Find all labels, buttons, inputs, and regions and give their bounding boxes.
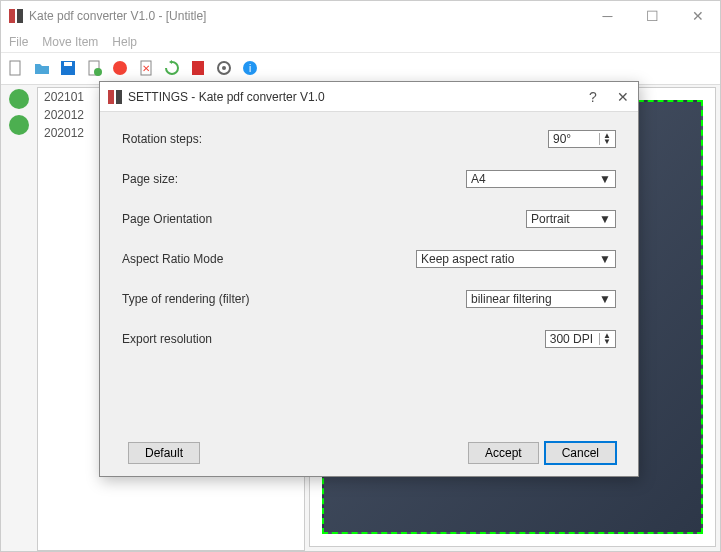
aspect-label: Aspect Ratio Mode	[122, 252, 322, 266]
resolution-label: Export resolution	[122, 332, 322, 346]
status-indicator-icon[interactable]	[9, 115, 29, 135]
app-icon	[108, 90, 122, 104]
maximize-icon[interactable]: ☐	[630, 1, 675, 31]
svg-rect-2	[64, 62, 72, 66]
settings-icon[interactable]	[215, 59, 235, 79]
cancel-button[interactable]: Cancel	[545, 442, 616, 464]
svg-rect-8	[192, 61, 204, 75]
chevron-down-icon: ▼	[599, 212, 611, 226]
dialog-titlebar: SETTINGS - Kate pdf converter V1.0 ? ✕	[100, 82, 638, 112]
menu-help[interactable]: Help	[112, 35, 137, 49]
close-icon[interactable]: ✕	[608, 89, 638, 105]
rotation-label: Rotation steps:	[122, 132, 322, 146]
orientation-select[interactable]: Portrait▼	[526, 210, 616, 228]
accept-button[interactable]: Accept	[468, 442, 539, 464]
orientation-label: Page Orientation	[122, 212, 322, 226]
svg-point-10	[222, 66, 226, 70]
filter-select[interactable]: bilinear filtering▼	[466, 290, 616, 308]
pagesize-label: Page size:	[122, 172, 322, 186]
svg-text:i: i	[249, 63, 251, 74]
svg-rect-0	[10, 61, 20, 75]
dialog-title: SETTINGS - Kate pdf converter V1.0	[128, 90, 325, 104]
pagesize-select[interactable]: A4▼	[466, 170, 616, 188]
resolution-stepper[interactable]: 300 DPI ▲▼	[545, 330, 616, 348]
info-icon[interactable]: i	[241, 59, 261, 79]
menu-file[interactable]: File	[9, 35, 28, 49]
save-icon[interactable]	[59, 59, 79, 79]
status-indicator-icon[interactable]	[9, 89, 29, 109]
settings-dialog: SETTINGS - Kate pdf converter V1.0 ? ✕ R…	[99, 81, 639, 477]
help-icon[interactable]: ?	[578, 89, 608, 105]
window-title: Kate pdf converter V1.0 - [Untitle]	[29, 9, 206, 23]
pdf-icon[interactable]	[189, 59, 209, 79]
spin-down-icon: ▼	[603, 339, 611, 345]
menubar: File Move Item Help	[1, 31, 720, 53]
rotate-icon[interactable]	[163, 59, 183, 79]
rotation-stepper[interactable]: 90° ▲▼	[548, 130, 616, 148]
stop-icon[interactable]	[111, 59, 131, 79]
delete-icon[interactable]: ✕	[137, 59, 157, 79]
menu-move-item[interactable]: Move Item	[42, 35, 98, 49]
aspect-select[interactable]: Keep aspect ratio▼	[416, 250, 616, 268]
svg-point-4	[94, 68, 102, 76]
convert-icon[interactable]	[85, 59, 105, 79]
filter-label: Type of rendering (filter)	[122, 292, 322, 306]
chevron-down-icon: ▼	[599, 292, 611, 306]
svg-text:✕: ✕	[142, 63, 150, 74]
main-titlebar: Kate pdf converter V1.0 - [Untitle] ─ ☐ …	[1, 1, 720, 31]
chevron-down-icon: ▼	[599, 172, 611, 186]
minimize-icon[interactable]: ─	[585, 1, 630, 31]
app-icon	[9, 9, 23, 23]
new-icon[interactable]	[7, 59, 27, 79]
chevron-down-icon: ▼	[599, 252, 611, 266]
close-icon[interactable]: ✕	[675, 1, 720, 31]
default-button[interactable]: Default	[128, 442, 200, 464]
open-icon[interactable]	[33, 59, 53, 79]
spin-down-icon: ▼	[603, 139, 611, 145]
svg-point-5	[113, 61, 127, 75]
